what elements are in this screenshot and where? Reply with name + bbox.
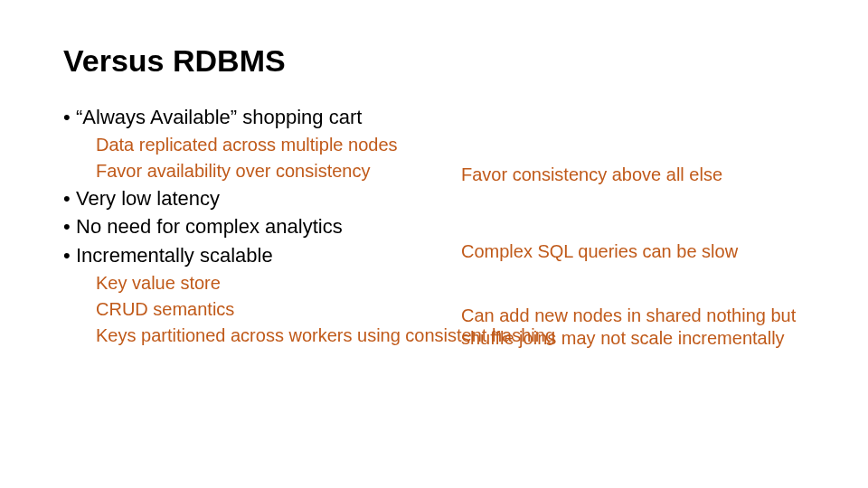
annotation-shared-nothing: Can add new nodes in shared nothing but … [461,305,823,350]
slide: Versus RDBMS “Always Available” shopping… [0,0,868,488]
bullet-no-complex-analytics: No need for complex analytics [63,213,805,240]
subpoint-kv-store: Key value store [63,271,805,296]
bullet-always-available: “Always Available” shopping cart [63,104,805,131]
annotation-consistency: Favor consistency above all else [461,164,722,186]
slide-title: Versus RDBMS [63,43,805,79]
subpoint-replicated: Data replicated across multiple nodes [63,133,805,157]
bullet-low-latency: Very low latency [63,185,805,212]
annotation-sql-slow: Complex SQL queries can be slow [461,240,823,263]
